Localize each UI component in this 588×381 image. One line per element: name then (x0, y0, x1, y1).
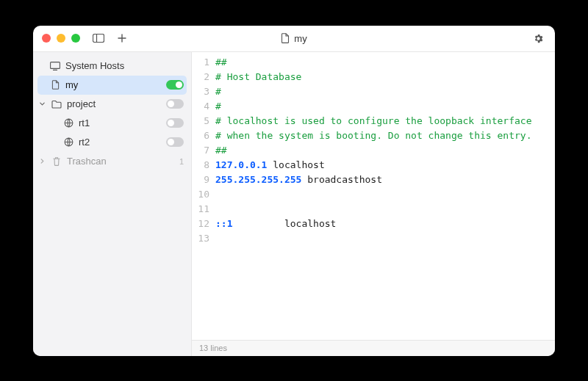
toggle-rt2[interactable] (166, 137, 184, 147)
svg-rect-2 (51, 62, 60, 68)
status-bar: 13 lines (192, 340, 555, 356)
close-window-button[interactable] (42, 34, 51, 43)
sidebar: System Hosts my project (33, 52, 192, 356)
toggle-rt1[interactable] (166, 118, 184, 128)
trash-icon (51, 156, 62, 166)
line-number-gutter: 12345678910111213 (192, 55, 215, 340)
toggle-my[interactable] (166, 80, 184, 90)
chevron-right-icon[interactable] (37, 158, 46, 164)
globe-icon (62, 118, 74, 128)
line-count-label: 13 lines (199, 344, 227, 352)
traffic-lights (42, 34, 80, 43)
sidebar-item-rt1[interactable]: rt1 (33, 114, 191, 133)
chevron-down-icon[interactable] (37, 101, 46, 107)
folder-icon (51, 100, 62, 109)
editor-pane: 12345678910111213 ### Host Database### l… (192, 52, 555, 356)
sidebar-item-rt2[interactable]: rt2 (33, 133, 191, 152)
sidebar-item-label: rt1 (79, 117, 162, 128)
code-editor[interactable]: 12345678910111213 ### Host Database### l… (192, 52, 555, 340)
sidebar-item-label: my (65, 79, 162, 90)
sidebar-item-trashcan[interactable]: Trashcan 1 (33, 152, 191, 171)
sidebar-item-label: rt2 (79, 137, 162, 148)
sidebar-item-project[interactable]: project (33, 95, 191, 114)
minimize-window-button[interactable] (57, 34, 65, 43)
trashcan-count: 1 (179, 157, 184, 166)
settings-button[interactable] (530, 30, 546, 46)
sidebar-item-my[interactable]: my (37, 76, 187, 95)
sidebar-item-label: System Hosts (65, 60, 184, 71)
sidebar-item-system-hosts[interactable]: System Hosts (33, 57, 191, 76)
toggle-project[interactable] (166, 99, 184, 109)
sidebar-item-label: Trashcan (67, 156, 173, 167)
titlebar: my (33, 26, 555, 52)
globe-icon (62, 137, 74, 147)
monitor-icon (49, 62, 61, 70)
app-window: my System Hosts my (33, 26, 555, 356)
toggle-sidebar-button[interactable] (90, 30, 107, 46)
add-button[interactable] (114, 30, 130, 46)
sidebar-item-label: project (67, 98, 162, 109)
file-icon (49, 80, 61, 90)
file-icon (281, 33, 290, 43)
code-content[interactable]: ### Host Database### localhost is used t… (215, 55, 555, 340)
window-title-text: my (294, 33, 306, 44)
zoom-window-button[interactable] (71, 34, 80, 43)
svg-rect-0 (93, 35, 104, 43)
